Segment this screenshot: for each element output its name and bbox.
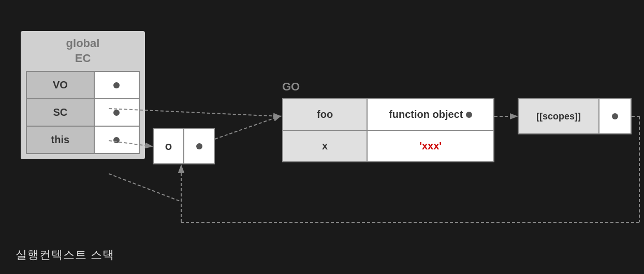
- function-object-dot: [466, 112, 472, 118]
- foo-label: foo: [283, 99, 367, 130]
- this-dot: [113, 137, 120, 143]
- vo-value: [94, 71, 139, 99]
- table-row: VO: [26, 71, 139, 99]
- x-value: 'xxx': [367, 130, 494, 162]
- table-row: this: [26, 126, 139, 154]
- table-row: SC: [26, 99, 139, 126]
- scopes-box: [[scopes]]: [518, 98, 632, 134]
- table-row: foo function object: [283, 99, 494, 130]
- ec-table: VO SC this: [26, 71, 140, 154]
- small-obj-dot-icon: [196, 143, 202, 149]
- bottom-label: 실행컨텍스트 스택: [16, 247, 114, 263]
- sc-dot: [113, 110, 120, 116]
- global-ec-title: globalEC: [26, 36, 140, 66]
- this-value: [94, 126, 139, 154]
- svg-line-2: [109, 174, 181, 202]
- scopes-dot-cell: [599, 99, 631, 133]
- table-row: x 'xxx': [283, 130, 494, 162]
- global-ec-panel: globalEC VO SC this: [21, 31, 145, 159]
- go-table: foo function object x 'xxx': [282, 98, 494, 162]
- small-obj-label: o: [154, 129, 184, 163]
- go-label: GO: [282, 80, 300, 94]
- vo-dot: [113, 82, 120, 88]
- vo-label: VO: [26, 71, 94, 99]
- foo-value: function object: [367, 99, 494, 130]
- sc-label: SC: [26, 99, 94, 126]
- svg-line-4: [215, 116, 280, 139]
- sc-value: [94, 99, 139, 126]
- x-label: x: [283, 130, 367, 162]
- go-table-container: foo function object x 'xxx': [282, 98, 494, 162]
- small-obj-dot: [184, 129, 214, 163]
- scopes-label: [[scopes]]: [519, 99, 599, 133]
- diagram-container: globalEC VO SC this o: [0, 0, 644, 274]
- small-object-box: o: [153, 128, 215, 164]
- this-label: this: [26, 126, 94, 154]
- scopes-dot: [612, 113, 618, 119]
